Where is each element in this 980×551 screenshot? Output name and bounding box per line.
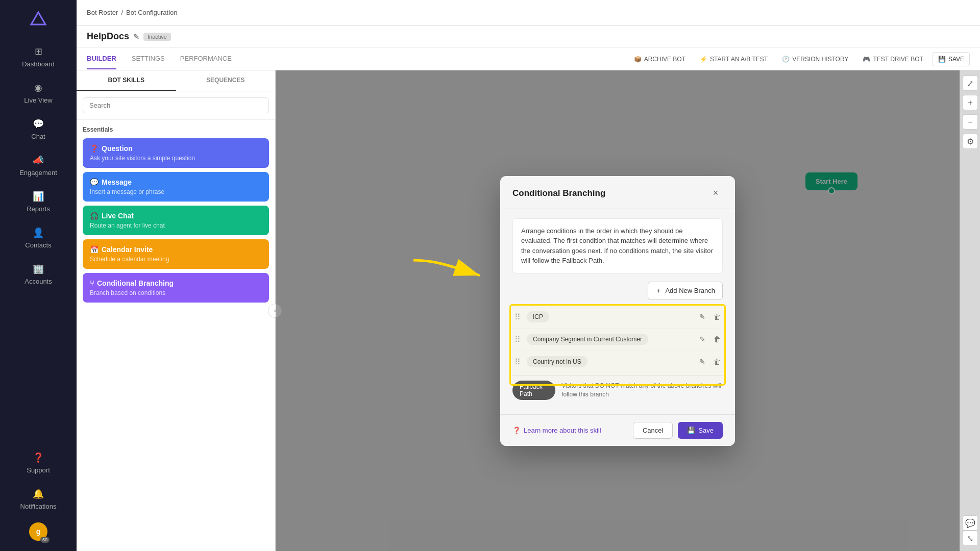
archive-bot-button[interactable]: 📦 ARCHIVE BOT xyxy=(629,53,691,66)
test-drive-icon: 🎮 xyxy=(863,56,870,63)
topbar: Bot Roster / Bot Configuration xyxy=(77,0,980,26)
delete-branch-3-button[interactable]: 🗑 xyxy=(712,356,723,368)
modal-close-button[interactable]: × xyxy=(708,186,723,201)
modal-title: Conditional Branching xyxy=(512,188,605,198)
expand-button[interactable]: ⤢ xyxy=(963,76,978,91)
edit-branch-3-button[interactable]: ✎ xyxy=(697,356,707,368)
branch-tag-1: ICP xyxy=(527,311,549,322)
version-icon: 🕐 xyxy=(782,56,790,63)
user-avatar-wrap[interactable]: g 60 xyxy=(29,522,47,541)
branch-actions-3: ✎ 🗑 xyxy=(697,356,723,368)
bot-status-badge: Inactive xyxy=(143,33,171,41)
branching-icon: ⑂ xyxy=(90,279,94,287)
skill-card-calendar[interactable]: 📅 Calendar Invite Schedule a calendar me… xyxy=(83,239,269,269)
branches-container: ⠿ ICP ✎ 🗑 ⠿ xyxy=(512,306,723,373)
cancel-button[interactable]: Cancel xyxy=(633,422,673,439)
drag-handle-3[interactable]: ⠿ xyxy=(512,355,523,369)
modal-body: Arrange conditions in the order in which… xyxy=(500,209,735,414)
sidebar-item-chat[interactable]: 💬 Chat xyxy=(0,111,77,147)
modal-overlay[interactable]: Conditional Branching × Arrange conditio… xyxy=(276,70,960,551)
breadcrumb-parent[interactable]: Bot Roster xyxy=(87,9,118,16)
notifications-icon: 🔔 xyxy=(33,488,44,499)
drag-handle-1[interactable]: ⠿ xyxy=(512,310,523,324)
delete-branch-1-button[interactable]: 🗑 xyxy=(712,311,723,323)
skill-card-branching[interactable]: ⑂ Conditional Branching Branch based on … xyxy=(83,273,269,303)
test-drive-button[interactable]: 🎮 TEST DRIVE BOT xyxy=(857,53,928,66)
canvas[interactable]: Start Here xyxy=(276,70,960,551)
accounts-icon: 🏢 xyxy=(33,263,44,274)
skills-list: Essentials ❓ Question Ask your site visi… xyxy=(77,120,275,313)
branch-actions-2: ✎ 🗑 xyxy=(697,333,723,345)
panel-tab-sequences[interactable]: SEQUENCES xyxy=(176,70,276,91)
panel-tabs: BOT SKILLS SEQUENCES xyxy=(77,70,275,91)
modal-save-icon: 💾 xyxy=(687,427,695,434)
edit-branch-2-button[interactable]: ✎ xyxy=(697,333,707,345)
skill-card-question[interactable]: ❓ Question Ask your site visitors a simp… xyxy=(83,138,269,168)
sidebar-item-dashboard[interactable]: ⊞ Dashboard xyxy=(0,39,77,75)
sidebar-item-live-view[interactable]: ◉ Live View xyxy=(0,75,77,111)
drag-handle-2[interactable]: ⠿ xyxy=(512,333,523,346)
modal-footer: ❓ Learn more about this skill Cancel 💾 S… xyxy=(500,414,735,446)
sidebar-item-accounts[interactable]: 🏢 Accounts xyxy=(0,256,77,292)
right-panel: ⤢ ＋ － ⚙ 💬 ⤡ xyxy=(960,70,980,551)
sidebar-item-support[interactable]: ❓ Support xyxy=(0,445,77,481)
logo[interactable] xyxy=(29,10,47,29)
save-icon: 💾 xyxy=(938,56,946,63)
ab-test-button[interactable]: ⚡ START AN A/B TEST xyxy=(695,53,773,66)
ab-test-icon: ⚡ xyxy=(700,56,707,63)
skill-card-livechat[interactable]: 🎧 Live Chat Route an agent for live chat xyxy=(83,206,269,235)
left-panel: BOT SKILLS SEQUENCES Essentials ❓ Questi… xyxy=(77,70,276,551)
search-input[interactable] xyxy=(83,97,269,113)
highlight-arrow xyxy=(408,255,500,296)
message-icon: 💬 xyxy=(90,178,99,186)
panel-tab-bot-skills[interactable]: BOT SKILLS xyxy=(77,70,176,91)
branch-tag-3: Country not in US xyxy=(527,356,587,367)
live-view-icon: ◉ xyxy=(34,82,42,93)
content-area: BOT SKILLS SEQUENCES Essentials ❓ Questi… xyxy=(77,70,980,551)
sidebar-item-notifications[interactable]: 🔔 Notifications xyxy=(0,481,77,517)
bot-name: HelpDocs xyxy=(87,31,129,42)
learn-more-link[interactable]: ❓ Learn more about this skill xyxy=(512,427,601,434)
fallback-row: Fallback Path Visitors that DO NOT match… xyxy=(512,375,723,405)
delete-branch-2-button[interactable]: 🗑 xyxy=(712,333,723,345)
branch-row: ⠿ ICP ✎ 🗑 xyxy=(512,306,723,329)
zoom-in-button[interactable]: ＋ xyxy=(963,95,978,110)
search-box xyxy=(77,91,275,120)
edit-branch-1-button[interactable]: ✎ xyxy=(697,311,707,323)
sidebar-item-engagement[interactable]: 📣 Engagement xyxy=(0,147,77,184)
archive-icon: 📦 xyxy=(634,56,642,63)
support-icon: ❓ xyxy=(33,452,44,463)
branch-row: ⠿ Country not in US ✎ 🗑 xyxy=(512,351,723,373)
branch-actions-1: ✎ 🗑 xyxy=(697,311,723,323)
breadcrumb-current: Bot Configuration xyxy=(126,9,177,16)
fallback-path-label: Fallback Path xyxy=(512,381,555,400)
info-text: Arrange conditions in the order in which… xyxy=(512,218,723,273)
conditional-branching-modal: Conditional Branching × Arrange conditio… xyxy=(500,176,735,446)
version-history-button[interactable]: 🕐 VERSION HISTORY xyxy=(777,53,853,66)
tab-performance[interactable]: PERFORMANCE xyxy=(180,48,232,69)
sidebar-item-reports[interactable]: 📊 Reports xyxy=(0,184,77,220)
zoom-out-button[interactable]: － xyxy=(963,114,978,130)
branch-row: ⠿ Company Segment in Current Customer ✎ … xyxy=(512,329,723,351)
save-button[interactable]: 💾 SAVE xyxy=(933,52,970,66)
breadcrumb: Bot Roster / Bot Configuration xyxy=(87,9,178,16)
modal-save-button[interactable]: 💾 Save xyxy=(678,422,723,439)
svg-marker-0 xyxy=(31,12,45,24)
chat-button[interactable]: 💬 xyxy=(963,515,978,531)
tab-settings[interactable]: SETTINGS xyxy=(132,48,165,69)
question-icon: ❓ xyxy=(90,144,99,153)
add-new-branch-button[interactable]: ＋ Add New Branch xyxy=(648,282,723,300)
settings-button[interactable]: ⚙ xyxy=(963,134,978,149)
expand-right-button[interactable]: ⤡ xyxy=(963,531,978,546)
skill-card-message[interactable]: 💬 Message Insert a message or phrase xyxy=(83,172,269,202)
add-branch-icon: ＋ xyxy=(655,286,662,295)
modal-header: Conditional Branching × xyxy=(500,176,735,209)
sidebar-item-contacts[interactable]: 👤 Contacts xyxy=(0,220,77,256)
engagement-icon: 📣 xyxy=(33,155,44,166)
tab-builder[interactable]: BUILDER xyxy=(87,48,116,69)
edit-bot-name-icon[interactable]: ✎ xyxy=(133,33,139,41)
sidebar-bottom: ❓ Support 🔔 Notifications g 60 xyxy=(0,445,77,546)
branches-list: ⠿ ICP ✎ 🗑 ⠿ xyxy=(512,306,723,373)
chat-icon: 💬 xyxy=(33,118,44,130)
sidebar: ⊞ Dashboard ◉ Live View 💬 Chat 📣 Engagem… xyxy=(0,0,77,551)
